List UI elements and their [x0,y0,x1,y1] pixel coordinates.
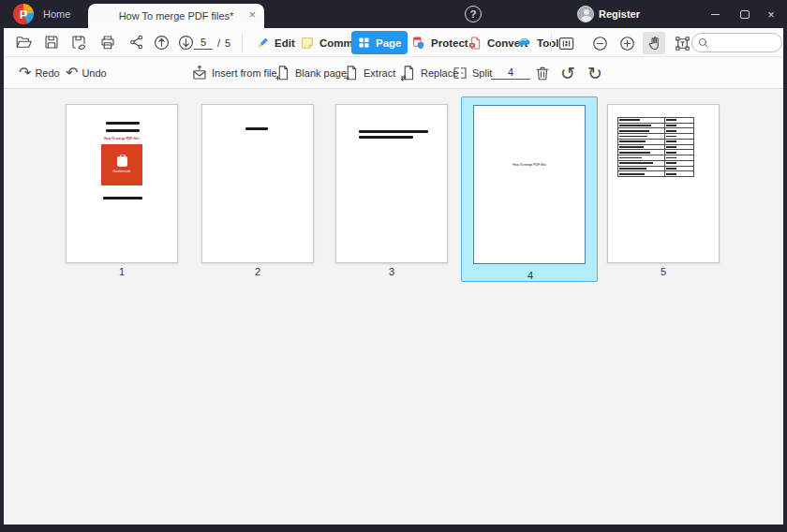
close-icon: × [767,7,775,22]
page-4-center-text: How To merge PDF files [512,163,546,166]
page-thumbnail-2[interactable]: 2 [201,104,314,277]
split-button[interactable]: Split [452,57,492,89]
titlebar: P Home How To merge PDF files* × ? Regis… [0,0,787,28]
split-count-input[interactable]: 4 [491,66,530,80]
folder-open-icon [15,34,32,51]
rotate-right-button[interactable]: ↻ [587,57,602,89]
minimize-button[interactable] [705,0,725,28]
undo-button[interactable]: ↶ Undo [66,57,107,89]
tab-page-label: Page [376,37,402,49]
redo-button[interactable]: ↷ Redo [19,57,60,89]
print-button[interactable] [99,34,116,51]
text-line-placeholder [359,130,428,133]
logo-text: Geekersoft [112,170,130,173]
window-bottom-border [0,525,787,532]
comment-note-icon [300,36,315,51]
avatar-body [581,16,592,22]
shield-protect-icon [411,36,426,51]
minimize-icon [711,14,720,15]
print-icon [99,34,116,51]
page-thumbnail-3[interactable]: 3 [335,104,448,277]
page-number-label: 2 [201,266,314,277]
insert-from-file-button[interactable]: Insert from file [191,57,277,89]
tool-bucket-icon [516,35,532,51]
maximize-button[interactable] [735,0,755,28]
save-as-button[interactable] [70,34,87,51]
search-input[interactable] [709,37,775,49]
main-toolbar: 5 / 5 Edit Comment Page [4,28,783,57]
page-actions-toolbar: ↷ Redo ↶ Undo Insert from file Blank pag… [4,57,783,89]
delete-page-button[interactable] [534,57,551,89]
page-1-red-title: How To merge PDF files [104,137,140,140]
page-3-preview [335,104,448,263]
insert-from-file-label: Insert from file [212,67,277,79]
blank-page-button[interactable]: Blank page [275,57,347,89]
close-button[interactable]: × [761,0,781,28]
document-tab-title: How To merge PDF files* [119,10,234,22]
page-thumbnail-5[interactable]: 5 [607,104,720,277]
select-frame-icon [674,35,691,52]
zoom-out-button[interactable] [588,32,611,54]
logo-letter: P [20,7,28,22]
tab-close-icon[interactable]: × [248,7,256,22]
page-5-preview [607,104,720,263]
toolbar-separator [551,33,552,52]
convert-file-icon [468,36,483,51]
geekersoft-logo: Geekersoft [101,144,142,185]
avatar-icon[interactable] [577,6,594,22]
rotate-right-icon: ↻ [587,65,602,82]
pencil-icon [255,36,270,51]
blank-page-icon [275,65,291,81]
help-icon[interactable]: ? [465,6,482,22]
page-thumbnail-1[interactable]: How To merge PDF files Geekersoft 1 [66,104,178,277]
undo-label: Undo [82,67,106,79]
split-count-field[interactable]: 4 [491,57,530,89]
open-file-button[interactable] [15,34,32,51]
maximize-icon [740,10,750,19]
page-4-preview: How To merge PDF files [473,105,586,264]
replace-button[interactable]: Replace [400,57,458,89]
page-2-preview [201,104,314,263]
zoom-out-icon [591,35,609,52]
share-icon [128,34,145,51]
tab-edit[interactable]: Edit [249,31,301,54]
current-page-input[interactable]: 5 [194,37,213,50]
share-button[interactable] [128,34,145,51]
document-tab[interactable]: How To merge PDF files* × [88,4,264,28]
thumbnail-panel: How To merge PDF files Geekersoft 1 2 3 [4,89,783,525]
page-navigator: 5 / 5 [194,28,230,57]
page-number-label: 5 [607,266,720,277]
select-tool-button[interactable] [671,32,693,54]
redo-label: Redo [35,67,59,79]
previous-page-button[interactable] [153,34,171,52]
tab-edit-label: Edit [275,37,295,49]
insert-from-file-icon [191,65,208,81]
app-window: P Home How To merge PDF files* × ? Regis… [0,0,787,532]
extract-page-icon [343,65,360,81]
next-page-button[interactable] [177,34,195,52]
search-box[interactable] [691,33,782,52]
extract-button[interactable]: Extract [343,57,395,89]
rotate-left-button[interactable]: ↺ [560,57,575,89]
page-thumbnail-4-selected[interactable]: How To merge PDF files 4 [461,96,598,282]
register-button[interactable]: Register [599,0,640,28]
logo-glyph-icon [117,156,127,167]
page-grid-icon [357,36,371,50]
home-button[interactable]: Home [43,0,70,28]
zoom-in-button[interactable] [616,32,638,54]
app-logo-icon[interactable]: P [13,4,34,24]
tab-page[interactable]: Page [351,31,408,54]
total-pages: 5 [225,37,230,49]
save-icon [43,34,60,51]
page-number-label: 4 [474,270,587,281]
table-row [618,171,693,176]
page-number-label: 1 [66,266,178,277]
hand-tool-button[interactable] [643,32,665,54]
rotate-left-icon: ↺ [560,65,575,82]
search-icon [697,37,709,49]
fit-width-icon [557,35,575,52]
text-line-placeholder [106,129,140,132]
save-button[interactable] [43,34,60,51]
page5-table [617,117,694,177]
fit-width-button[interactable] [555,32,577,54]
